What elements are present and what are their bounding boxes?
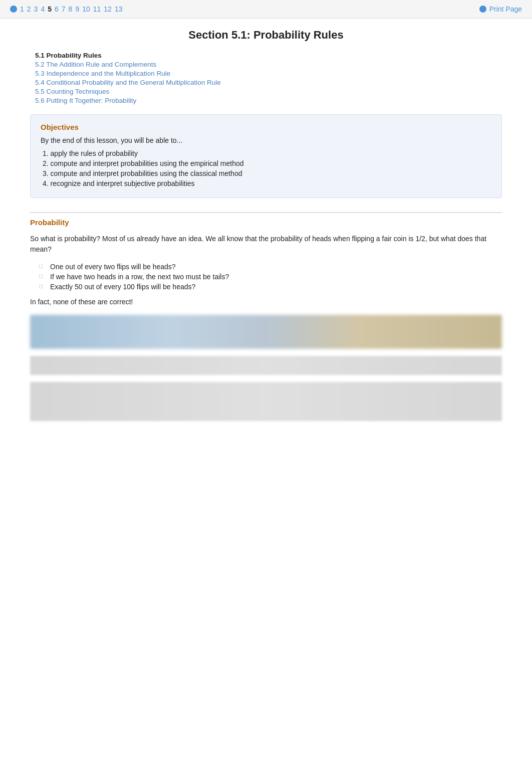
- print-dot-icon: [479, 6, 486, 13]
- page-link-12[interactable]: 12: [104, 5, 112, 13]
- probability-options-list: One out of every two flips will be heads…: [50, 263, 502, 291]
- toc-link-54[interactable]: 5.4 Conditional Probability and the Gene…: [35, 79, 221, 86]
- blurred-image-1: [30, 315, 502, 349]
- toc-item-56[interactable]: 5.6 Putting It Together: Probability: [35, 97, 502, 104]
- page-link-9[interactable]: 9: [75, 5, 79, 13]
- blurred-content-2: [30, 356, 502, 375]
- print-label: Print Page: [489, 5, 522, 13]
- objectives-title: Objectives: [41, 123, 491, 131]
- page-link-13[interactable]: 13: [115, 5, 123, 13]
- page-link-5-current[interactable]: 5: [48, 5, 52, 13]
- blurred-text-area-1: [30, 356, 502, 375]
- probability-section-title: Probability: [30, 218, 502, 227]
- toc-link-53[interactable]: 5.3 Independence and the Multiplication …: [35, 70, 170, 77]
- page-link-3[interactable]: 3: [34, 5, 38, 13]
- probability-intro: So what is probability? Most of us alrea…: [30, 234, 502, 255]
- probability-option-1: One out of every two flips will be heads…: [50, 263, 502, 271]
- page-link-2[interactable]: 2: [27, 5, 31, 13]
- table-of-contents: 5.1 Probability Rules 5.2 The Addition R…: [30, 52, 502, 104]
- probability-option-3: Exactly 50 out of every 100 flips will b…: [50, 283, 502, 291]
- objectives-item-2: compute and interpret probabilities usin…: [43, 159, 491, 167]
- none-correct-text: In fact, none of these are correct!: [30, 298, 502, 306]
- probability-section: Probability So what is probability? Most…: [30, 212, 502, 421]
- objectives-intro: By the end of this lesson, you will be a…: [41, 136, 491, 144]
- toc-item-51: 5.1 Probability Rules: [35, 52, 502, 59]
- probability-option-2: If we have two heads in a row, the next …: [50, 273, 502, 281]
- page-title: Section 5.1: Probability Rules: [30, 29, 502, 42]
- objectives-item-1: apply the rules of probability: [43, 149, 491, 157]
- page-link-1[interactable]: 1: [20, 5, 24, 13]
- toc-item-52[interactable]: 5.2 The Addition Rule and Complements: [35, 61, 502, 68]
- toc-link-56[interactable]: 5.6 Putting It Together: Probability: [35, 97, 136, 104]
- objectives-list: apply the rules of probability compute a…: [41, 149, 491, 187]
- toc-link-55[interactable]: 5.5 Counting Techniques: [35, 88, 109, 95]
- toc-link-52[interactable]: 5.2 The Addition Rule and Complements: [35, 61, 156, 68]
- page-link-10[interactable]: 10: [82, 5, 90, 13]
- objectives-box: Objectives By the end of this lesson, yo…: [30, 114, 502, 198]
- page-link-4[interactable]: 4: [41, 5, 45, 13]
- top-nav-bar: 1 2 3 4 5 6 7 8 9 10 11 12 13 Print Page: [0, 0, 532, 19]
- toc-item-53[interactable]: 5.3 Independence and the Multiplication …: [35, 70, 502, 77]
- page-link-6[interactable]: 6: [55, 5, 59, 13]
- page-number-list: 1 2 3 4 5 6 7 8 9 10 11 12 13: [10, 5, 122, 13]
- toc-item-54[interactable]: 5.4 Conditional Probability and the Gene…: [35, 79, 502, 86]
- blurred-content-3: [30, 382, 502, 421]
- print-button[interactable]: Print Page: [479, 5, 522, 13]
- nav-dot-icon: [10, 6, 17, 13]
- page-link-11[interactable]: 11: [93, 5, 101, 13]
- toc-item-55[interactable]: 5.5 Counting Techniques: [35, 88, 502, 95]
- page-link-8[interactable]: 8: [69, 5, 73, 13]
- main-content: Section 5.1: Probability Rules 5.1 Proba…: [0, 19, 532, 439]
- objectives-item-4: recognize and interpret subjective proba…: [43, 179, 491, 187]
- blurred-text-area-2: [30, 382, 502, 421]
- page-link-7[interactable]: 7: [62, 5, 66, 13]
- objectives-item-3: compute and interpret probabilities usin…: [43, 169, 491, 177]
- blurred-content-1: [30, 315, 502, 349]
